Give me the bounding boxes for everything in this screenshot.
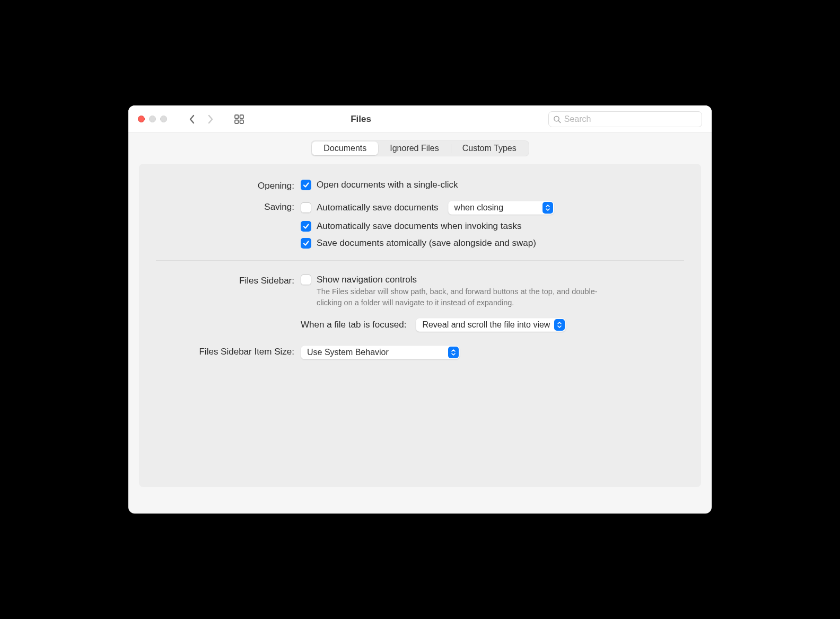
- label-single-click: Open documents with a single-click: [317, 180, 458, 190]
- checkmark-icon: [302, 223, 310, 230]
- dropdown-item-size-value: Use System Behavior: [307, 348, 444, 357]
- tab-documents[interactable]: Documents: [312, 142, 378, 155]
- divider: [156, 260, 684, 261]
- search-input[interactable]: [564, 114, 697, 124]
- search-field[interactable]: [548, 111, 702, 127]
- dropdown-save-when[interactable]: when closing: [448, 201, 554, 215]
- dropdown-focus-action-value: Reveal and scroll the file into view: [422, 320, 550, 330]
- checkmark-icon: [302, 240, 310, 247]
- search-icon: [553, 115, 561, 123]
- checkmark-icon: [302, 181, 310, 189]
- content-area: Documents Ignored Files Custom Types Ope…: [128, 133, 712, 514]
- window-title: Files: [178, 114, 544, 125]
- row-saving: Saving: Automatically save documents whe…: [160, 201, 680, 249]
- checkbox-show-nav-controls[interactable]: [301, 275, 311, 285]
- close-window-button[interactable]: [138, 116, 145, 122]
- label-auto-save-closing: Automatically save documents: [317, 202, 439, 213]
- label-save-atomically: Save documents atomically (save alongsid…: [317, 238, 536, 249]
- checkbox-auto-save-tasks[interactable]: [301, 221, 311, 232]
- row-item-size: Files Sidebar Item Size: Use System Beha…: [160, 346, 680, 359]
- label-show-nav-controls: Show navigation controls: [317, 275, 417, 285]
- dropdown-item-size[interactable]: Use System Behavior: [301, 346, 460, 359]
- settings-panel: Opening: Open documents with a single-cl…: [139, 164, 701, 487]
- checkbox-single-click[interactable]: [301, 180, 311, 190]
- label-focus-action: When a file tab is focused:: [301, 320, 406, 330]
- svg-line-5: [558, 120, 561, 122]
- checkbox-auto-save-closing[interactable]: [301, 202, 311, 213]
- dropdown-stepper-icon: [554, 319, 565, 331]
- tab-custom-types[interactable]: Custom Types: [451, 142, 528, 155]
- minimize-window-button[interactable]: [149, 116, 156, 122]
- label-opening: Opening:: [160, 180, 301, 191]
- dropdown-focus-action[interactable]: Reveal and scroll the file into view: [416, 318, 566, 332]
- titlebar: Files: [128, 105, 712, 133]
- checkbox-save-atomically[interactable]: [301, 238, 311, 249]
- label-item-size: Files Sidebar Item Size:: [160, 346, 301, 357]
- tab-ignored-files[interactable]: Ignored Files: [378, 142, 451, 155]
- dropdown-stepper-icon: [542, 202, 553, 214]
- preferences-window: Files Documents Ignored Files Custom Typ…: [128, 105, 712, 514]
- tab-bar: Documents Ignored Files Custom Types: [311, 140, 529, 156]
- label-files-sidebar: Files Sidebar:: [160, 275, 301, 286]
- label-saving: Saving:: [160, 201, 301, 213]
- label-auto-save-tasks: Automatically save documents when invoki…: [317, 221, 521, 232]
- zoom-window-button[interactable]: [160, 116, 167, 122]
- dropdown-save-when-value: when closing: [454, 203, 538, 213]
- desc-files-sidebar: The Files sidebar will show path, back, …: [317, 286, 619, 308]
- row-files-sidebar: Files Sidebar: Show navigation controls …: [160, 275, 680, 332]
- traffic-lights: [138, 116, 167, 122]
- dropdown-stepper-icon: [448, 347, 459, 358]
- row-opening: Opening: Open documents with a single-cl…: [160, 180, 680, 191]
